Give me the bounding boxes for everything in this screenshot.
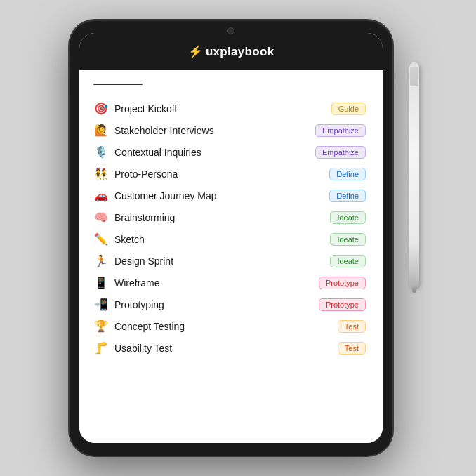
apple-pencil [409, 62, 419, 287]
item-label: Usability Test [114, 343, 172, 354]
app-content[interactable]: 🎯Project KickoffGuide🙋Stakeholder Interv… [79, 70, 383, 443]
item-emoji: 🏃 [93, 254, 109, 267]
tablet: ⚡uxplaybook 🎯Project KickoffGuide🙋Stakeh… [70, 20, 392, 456]
item-left: 🙋Stakeholder Interviews [93, 124, 214, 137]
item-label: Concept Testing [114, 321, 185, 332]
item-emoji: 👯 [93, 167, 109, 180]
item-badge[interactable]: Ideate [330, 233, 366, 246]
item-badge[interactable]: Define [329, 190, 366, 202]
list-item[interactable]: 🧠BrainstormingIdeate [93, 206, 366, 228]
list-item[interactable]: 📲PrototypingPrototype [93, 293, 366, 315]
list-item[interactable]: 🎯Project KickoffGuide [93, 98, 366, 119]
item-label: Project Kickoff [114, 103, 177, 114]
item-emoji: 🚗 [93, 189, 109, 202]
item-badge[interactable]: Ideate [330, 255, 366, 267]
item-emoji: 🧠 [93, 211, 109, 224]
item-emoji: 🦵 [93, 341, 109, 355]
item-left: 🎙️Contextual Inquiries [93, 145, 201, 159]
item-list: 🎯Project KickoffGuide🙋Stakeholder Interv… [93, 98, 366, 359]
item-badge[interactable]: Prototype [319, 277, 366, 289]
item-badge[interactable]: Ideate [330, 211, 366, 224]
list-item[interactable]: ✏️SketchIdeate [93, 228, 366, 250]
item-label: Wireframe [114, 277, 160, 289]
lightning-icon: ⚡ [188, 45, 203, 58]
item-emoji: 📲 [93, 298, 109, 311]
item-label: Design Sprint [114, 256, 173, 267]
item-left: 📲Prototyping [93, 298, 164, 311]
list-item[interactable]: 👯Proto-PersonaDefine [93, 163, 366, 185]
item-emoji: 📱 [93, 276, 109, 289]
scene: ⚡uxplaybook 🎯Project KickoffGuide🙋Stakeh… [0, 0, 476, 476]
item-left: 🏃Design Sprint [93, 254, 173, 267]
item-left: 🏆Concept Testing [93, 319, 185, 333]
list-item[interactable]: 🙋Stakeholder InterviewsEmpathize [93, 119, 366, 141]
list-item[interactable]: 🏃Design SprintIdeate [93, 250, 366, 272]
app-title: ⚡uxplaybook [188, 44, 275, 59]
item-label: Prototyping [114, 299, 164, 310]
item-emoji: 🎙️ [93, 145, 109, 159]
app-title-text: uxplaybook [206, 45, 274, 58]
item-left: ✏️Sketch [93, 232, 145, 246]
list-item[interactable]: 🚗Customer Journey MapDefine [93, 185, 366, 206]
item-left: 👯Proto-Persona [93, 167, 178, 180]
list-item[interactable]: 📱WireframePrototype [93, 272, 366, 293]
item-label: Stakeholder Interviews [114, 125, 214, 136]
item-badge[interactable]: Empathize [315, 146, 366, 159]
list-item[interactable]: 🦵Usability TestTest [93, 337, 366, 359]
item-left: 🦵Usability Test [93, 341, 172, 355]
item-emoji: 🎯 [93, 102, 109, 115]
list-item[interactable]: 🎙️Contextual InquiriesEmpathize [93, 141, 366, 163]
item-label: Contextual Inquiries [114, 147, 201, 158]
item-emoji: 🙋 [93, 124, 109, 137]
app-header: ⚡uxplaybook [79, 33, 383, 70]
item-label: Proto-Persona [114, 168, 178, 180]
item-badge[interactable]: Test [338, 342, 366, 355]
item-left: 🚗Customer Journey Map [93, 189, 217, 202]
item-left: 🧠Brainstorming [93, 211, 175, 224]
item-left: 🎯Project Kickoff [93, 102, 177, 115]
item-badge[interactable]: Test [338, 320, 366, 333]
item-left: 📱Wireframe [93, 276, 160, 289]
item-badge[interactable]: Guide [331, 103, 366, 115]
item-emoji: ✏️ [93, 232, 109, 246]
item-emoji: 🏆 [93, 319, 109, 333]
item-badge[interactable]: Define [329, 168, 366, 180]
item-label: Customer Journey Map [114, 190, 217, 201]
section-divider [93, 84, 143, 85]
item-badge[interactable]: Empathize [315, 124, 366, 137]
item-badge[interactable]: Prototype [319, 298, 366, 311]
tablet-wrapper: ⚡uxplaybook 🎯Project KickoffGuide🙋Stakeh… [70, 20, 406, 456]
tablet-screen: ⚡uxplaybook 🎯Project KickoffGuide🙋Stakeh… [79, 33, 383, 443]
item-label: Sketch [114, 234, 145, 245]
list-item[interactable]: 🏆Concept TestingTest [93, 315, 366, 337]
item-label: Brainstorming [114, 212, 175, 223]
